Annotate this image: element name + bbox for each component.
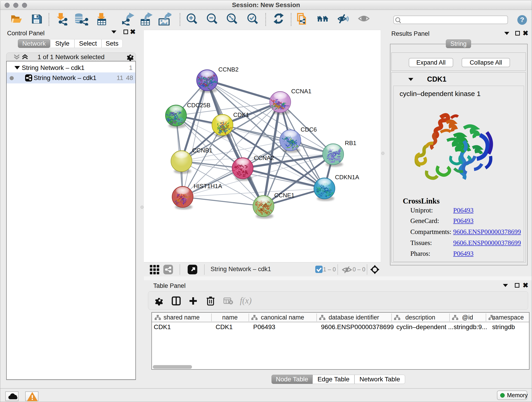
svg-text:CCNA1: CCNA1 [291, 88, 311, 95]
svg-text:CCNB2: CCNB2 [218, 66, 239, 73]
svg-text:?: ? [520, 16, 524, 23]
svg-text:CDK1: CDK1 [233, 111, 249, 118]
svg-text:CDC25B: CDC25B [187, 102, 210, 109]
svg-text:RB1: RB1 [345, 140, 356, 147]
svg-text:CCNE1: CCNE1 [274, 192, 294, 199]
svg-text:CCNB1: CCNB1 [192, 147, 212, 154]
svg-text:CDC6: CDC6 [301, 126, 317, 133]
svg-text:HIST1H1A: HIST1H1A [194, 183, 222, 190]
svg-text:CCNA2: CCNA2 [254, 154, 274, 161]
svg-text:CDKN1A: CDKN1A [335, 174, 359, 181]
